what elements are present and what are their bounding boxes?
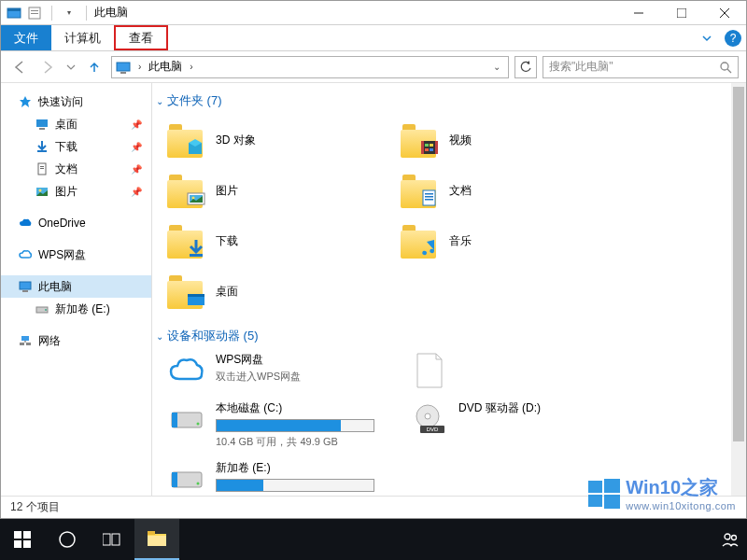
watermark: Win10之家 www.win10xitong.com [588,475,736,511]
navigation-pane: 快速访问 桌面 📌 下载 📌 文档 📌 图片 📌 [1,83,152,496]
recent-locations-button[interactable] [64,56,78,78]
capacity-bar [216,419,374,432]
folder-item[interactable]: 下载 [156,217,389,264]
nav-this-pc[interactable]: 此电脑 [1,275,151,298]
svg-rect-64 [23,540,31,548]
folder-item[interactable]: 视频 [389,117,623,163]
folder-item[interactable]: 文档 [389,167,623,214]
help-button[interactable]: ? [720,25,746,50]
address-path[interactable]: › 此电脑 › ⌄ [111,56,509,78]
folder-item[interactable]: 桌面 [156,268,389,315]
back-button[interactable] [8,56,31,78]
device-item[interactable]: DVDDVD 驱动器 (D:) [399,400,641,449]
up-button[interactable] [83,56,106,78]
path-segment[interactable]: 此电脑 [148,59,182,75]
separator [51,6,52,21]
svg-rect-9 [117,63,130,71]
svg-rect-17 [40,166,44,167]
folder-icon [401,173,440,208]
svg-rect-66 [103,534,110,545]
nav-desktop[interactable]: 桌面 📌 [1,113,151,135]
start-button[interactable] [0,519,45,560]
pin-icon: 📌 [131,119,142,130]
svg-rect-69 [148,531,155,535]
folder-label: 文档 [449,183,472,199]
svg-rect-46 [188,294,204,297]
address-dropdown-icon[interactable]: ⌄ [489,62,504,72]
drive-icon [35,301,49,316]
svg-rect-15 [37,150,47,152]
ribbon-file-tab[interactable]: 文件 [1,25,51,50]
nav-downloads[interactable]: 下载 📌 [1,135,151,158]
svg-rect-48 [172,413,177,427]
folder-icon [167,273,206,309]
device-item[interactable]: WPS网盘双击进入WPS网盘 [156,352,399,389]
document-icon [35,161,49,176]
svg-rect-35 [425,148,429,151]
folder-item[interactable]: 3D 对象 [156,117,389,163]
folder-item[interactable]: 图片 [156,167,389,214]
group-folders-header[interactable]: ⌄ 文件夹 (7) [156,92,735,109]
cortana-button[interactable] [45,519,90,560]
svg-point-24 [45,309,47,311]
svg-point-11 [721,63,728,70]
svg-rect-58 [604,479,620,493]
search-input[interactable]: 搜索"此电脑" [543,56,739,78]
forward-button[interactable] [36,56,59,78]
properties-icon[interactable] [27,6,42,21]
scrollbar[interactable] [731,83,746,496]
ribbon-tab-view[interactable]: 查看 [114,25,168,50]
ribbon-collapse-icon[interactable] [694,25,720,50]
folder-icon [167,173,206,208]
device-label: 新加卷 (E:) [216,460,399,476]
svg-rect-62 [23,531,31,539]
device-sublabel: 双击进入WPS网盘 [216,370,399,384]
nav-new-volume[interactable]: 新加卷 (E:) [1,298,151,320]
device-icon [167,400,206,438]
nav-quick-access[interactable]: 快速访问 [1,91,151,113]
device-sublabel: 10.4 GB 可用，共 49.9 GB [216,435,399,449]
qat-dropdown-icon[interactable]: ▾ [62,6,77,21]
device-label: WPS网盘 [216,352,399,368]
device-item[interactable]: 新加卷 (E:)6.83 GB 可用，共 9.76 GB [156,460,399,496]
device-item[interactable] [399,352,641,389]
svg-rect-10 [120,72,126,74]
svg-text:DVD: DVD [427,427,439,432]
folder-item[interactable]: 音乐 [389,217,623,264]
svg-point-65 [60,532,75,547]
item-count: 12 个项目 [10,499,60,515]
refresh-button[interactable] [514,56,537,78]
svg-rect-4 [31,13,38,14]
close-button[interactable] [703,1,746,25]
taskbar [0,519,747,560]
nav-onedrive[interactable]: OneDrive [1,212,151,234]
svg-rect-33 [425,144,429,147]
group-devices-header[interactable]: ⌄ 设备和驱动器 (5) [156,328,735,344]
pin-icon: 📌 [131,142,142,152]
ribbon-tab-computer[interactable]: 计算机 [51,25,114,50]
task-view-button[interactable] [90,519,134,560]
chevron-right-icon[interactable]: › [186,62,196,72]
svg-rect-41 [425,193,433,195]
folder-icon [167,223,206,259]
nav-pictures[interactable]: 图片 📌 [1,180,151,203]
cloud-icon [18,216,33,231]
this-pc-icon [18,279,33,294]
app-icon [7,6,21,21]
minimize-button[interactable] [617,1,660,25]
svg-rect-1 [7,8,21,11]
nav-network[interactable]: 网络 [1,329,151,352]
nav-wpspan[interactable]: WPS网盘 [1,244,151,266]
maximize-button[interactable] [660,1,703,25]
device-item[interactable]: 本地磁盘 (C:)10.4 GB 可用，共 49.9 GB [156,400,399,449]
svg-rect-36 [430,148,433,151]
picture-icon [35,184,49,199]
folder-label: 音乐 [449,233,472,249]
explorer-taskbar-button[interactable] [134,519,179,560]
svg-point-20 [39,189,42,192]
nav-documents[interactable]: 文档 📌 [1,158,151,180]
chevron-right-icon[interactable]: › [134,62,145,72]
svg-rect-59 [588,495,602,507]
people-icon[interactable] [721,530,740,549]
svg-rect-14 [39,128,45,130]
